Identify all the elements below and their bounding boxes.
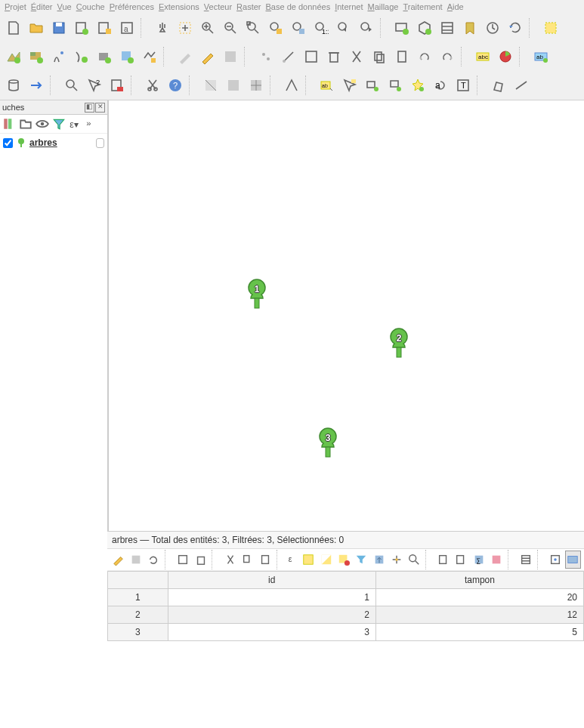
refresh-icon[interactable]: [505, 17, 526, 39]
menubar[interactable]: ProjetÉditerVueCouchePréférencesExtensio…: [0, 0, 584, 14]
identify-icon[interactable]: ?: [84, 75, 105, 96]
menu-internet[interactable]: Internet: [335, 2, 363, 11]
export-pdf-icon[interactable]: [107, 75, 128, 96]
move-feature-icon[interactable]: [278, 46, 299, 67]
map-feature-tree-2[interactable]: 2: [387, 327, 411, 359]
pan-icon[interactable]: [152, 17, 173, 39]
trace-icon[interactable]: [281, 75, 302, 96]
zoom-layer-icon[interactable]: [288, 17, 309, 39]
zoom-to-icon[interactable]: [406, 551, 422, 569]
raster-calc-icon[interactable]: [223, 75, 244, 96]
table-corner[interactable]: [108, 572, 168, 589]
expr-select-icon[interactable]: ε: [287, 553, 299, 567]
new-geopackage-icon[interactable]: [94, 46, 115, 67]
new-3d-view-icon[interactable]: [414, 17, 435, 39]
add-feature2-icon[interactable]: [175, 551, 191, 569]
save-edits2-icon[interactable]: [128, 551, 144, 569]
layout-manager-icon[interactable]: [94, 17, 115, 39]
new-virtual-icon[interactable]: [116, 46, 138, 67]
zoom-tool-icon[interactable]: [61, 75, 82, 96]
zoom-in-icon[interactable]: [197, 17, 218, 39]
zoom-out-icon[interactable]: [220, 17, 241, 39]
move-top-icon[interactable]: [371, 551, 387, 569]
more-icon[interactable]: »: [85, 117, 99, 131]
pan-to-selection-icon[interactable]: [175, 17, 196, 39]
cell-id[interactable]: 1: [168, 589, 375, 606]
open-project-icon[interactable]: [26, 17, 47, 39]
row-header[interactable]: 1: [108, 589, 168, 606]
new-spatialite-icon[interactable]: [71, 46, 92, 67]
add-vector-icon[interactable]: [3, 46, 24, 67]
add-feature-icon[interactable]: [255, 46, 277, 67]
new-memory-icon[interactable]: [139, 46, 160, 67]
menu-projet[interactable]: Projet: [5, 2, 26, 11]
field-calc-icon[interactable]: ∑: [471, 551, 487, 569]
form-view-icon[interactable]: [518, 551, 533, 569]
cut-icon[interactable]: [346, 46, 367, 67]
label-tool-icon[interactable]: ab: [530, 46, 552, 67]
filter2-icon[interactable]: [354, 551, 369, 569]
delete-selected-icon[interactable]: [323, 46, 345, 67]
temporal-icon[interactable]: [482, 17, 503, 39]
col-tampon[interactable]: tampon: [375, 572, 583, 589]
georef-icon[interactable]: [200, 75, 221, 96]
new-map-view-icon[interactable]: [391, 17, 413, 39]
label-abc-icon[interactable]: abc: [472, 46, 493, 67]
actions-icon[interactable]: [565, 551, 581, 569]
save-edits-icon[interactable]: [220, 46, 241, 67]
visibility-icon[interactable]: [36, 117, 49, 131]
del-field-icon[interactable]: [453, 551, 469, 569]
paste2-icon[interactable]: [258, 551, 273, 569]
menu-extensions[interactable]: Extensions: [159, 2, 199, 11]
table-row[interactable]: 2212: [108, 606, 584, 624]
label-toolbar-icon[interactable]: ab: [317, 75, 338, 96]
text-tool-icon[interactable]: T: [453, 75, 474, 96]
copy-icon[interactable]: [369, 46, 390, 67]
deselect-icon[interactable]: [335, 551, 351, 569]
menu-vecteur[interactable]: Vecteur: [204, 2, 232, 11]
align-raster-icon[interactable]: [246, 75, 267, 96]
filter-icon[interactable]: [52, 117, 66, 131]
add-raster-icon[interactable]: [26, 46, 47, 67]
cut3-icon[interactable]: [222, 551, 238, 569]
move-label-icon[interactable]: [385, 75, 406, 96]
menu-aide[interactable]: Aide: [447, 2, 464, 11]
show-summary-icon[interactable]: [437, 17, 458, 39]
menu-éditer[interactable]: Éditer: [31, 2, 53, 11]
menu-traitement[interactable]: Traitement: [403, 2, 442, 11]
style-manager-icon[interactable]: a: [116, 17, 138, 39]
col-id[interactable]: id: [168, 572, 375, 589]
delete-feature-icon[interactable]: [193, 551, 209, 569]
zoom-native-icon[interactable]: 1:1: [311, 17, 332, 39]
menu-raster[interactable]: Raster: [236, 2, 261, 11]
add-group-icon[interactable]: [19, 117, 32, 131]
line-tool-icon[interactable]: [511, 75, 532, 96]
new-print-layout-icon[interactable]: [71, 17, 92, 39]
map-feature-tree-3[interactable]: 3: [316, 427, 340, 458]
cut2-icon[interactable]: [142, 75, 163, 96]
dock-icon[interactable]: [548, 551, 564, 569]
cell-id[interactable]: 3: [168, 624, 375, 641]
attribute-table[interactable]: id tampon 11202212335: [107, 571, 584, 641]
conditional-icon[interactable]: [488, 551, 504, 569]
show-bookmarks-icon[interactable]: [459, 17, 480, 39]
panel-close-icon[interactable]: ✕: [95, 103, 105, 113]
pin-label-icon[interactable]: [339, 75, 360, 96]
diagram-icon[interactable]: [495, 46, 516, 67]
arrow-icon[interactable]: [26, 75, 47, 96]
edit-pencil-icon[interactable]: [110, 551, 126, 569]
toggle-edit-icon[interactable]: [197, 46, 218, 67]
new-field-icon[interactable]: [436, 551, 452, 569]
zoom-full-icon[interactable]: [243, 17, 264, 39]
rotate-label-icon[interactable]: a: [430, 75, 451, 96]
star-icon[interactable]: [407, 75, 428, 96]
select-rect-icon[interactable]: [540, 17, 561, 39]
invert-sel-icon[interactable]: [318, 551, 334, 569]
polygon-tool-icon[interactable]: [488, 75, 509, 96]
table-row[interactable]: 1120: [108, 589, 584, 606]
new-project-icon[interactable]: [3, 17, 24, 39]
zoom-selection-icon[interactable]: [265, 17, 286, 39]
help-icon[interactable]: ?: [165, 75, 186, 96]
menu-vue[interactable]: Vue: [57, 2, 72, 11]
save-icon[interactable]: [48, 17, 70, 39]
